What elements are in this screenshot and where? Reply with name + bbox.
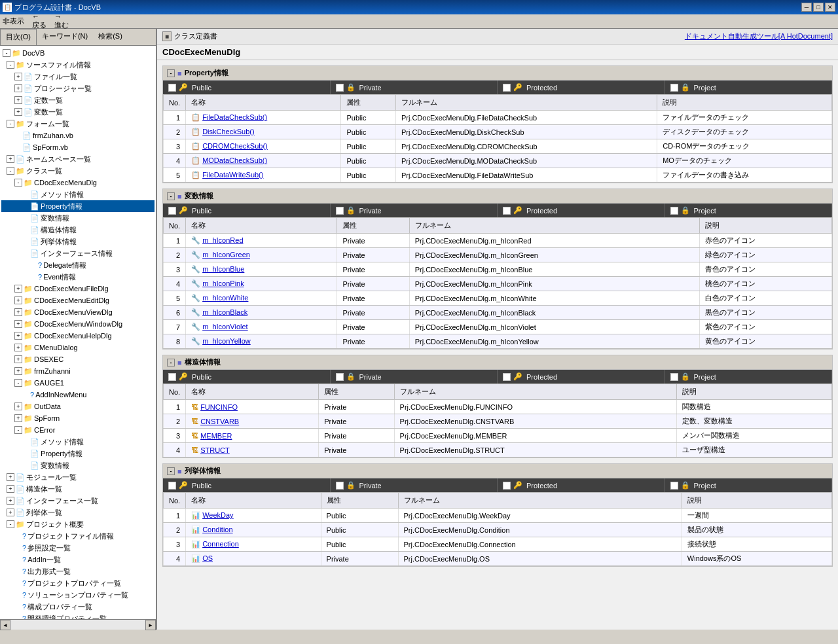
tree-item[interactable]: + 📄 変数一覧	[1, 106, 155, 118]
filter-protected-s[interactable]: ✓ 🔑 Protected	[498, 370, 665, 384]
checkbox-project-e[interactable]: ✓	[670, 482, 678, 490]
filter-protected-v[interactable]: ✓ 🔑 Protected	[498, 204, 665, 217]
tree-item[interactable]: - 📁 プロジェクト概要	[1, 518, 155, 530]
checkbox-protected-s[interactable]: ✓	[503, 373, 511, 381]
expand-icon[interactable]: +	[14, 73, 22, 80]
var-link[interactable]: m_hIconRed	[202, 236, 243, 244]
filter-project-e[interactable]: ✓ 🔒 Project	[665, 478, 833, 492]
var-link[interactable]: m_hIconBlue	[202, 265, 244, 273]
filter-private-e[interactable]: ✓ 🔒 Private	[331, 478, 498, 492]
section-toggle[interactable]: -	[167, 359, 175, 367]
filter-project-s[interactable]: ✓ 🔒 Project	[665, 370, 833, 384]
filter-private-v[interactable]: ✓ 🔒 Private	[331, 204, 498, 217]
prop-link[interactable]: FileDataWriteSub()	[202, 171, 263, 179]
expand-icon[interactable]: -	[7, 520, 14, 528]
tree-item[interactable]: + 📄 構造体一覧	[1, 483, 155, 495]
expand-icon[interactable]: -	[7, 167, 14, 175]
tree-item[interactable]: 📄 Property情報	[1, 448, 155, 459]
filter-public-e[interactable]: ✓ 🔑 Public	[163, 478, 331, 492]
tree-item[interactable]: + 📁 CDocExecMenuEditDlg	[1, 295, 155, 306]
struct-link[interactable]: CNSTVARB	[200, 418, 239, 425]
filter-private[interactable]: ✓ 🔒 Private	[331, 80, 498, 94]
tree-item[interactable]: ? ソリューションプロパティ一覧	[1, 589, 155, 601]
expand-icon[interactable]: +	[14, 367, 22, 375]
expand-icon[interactable]: +	[14, 332, 22, 340]
checkbox-public-e[interactable]: ✓	[168, 482, 176, 490]
var-link[interactable]: m_hIconViolet	[202, 323, 248, 331]
struct-link[interactable]: STRUCT	[200, 446, 230, 454]
filter-project-v[interactable]: ✓ 🔒 Project	[665, 204, 833, 217]
tab-index[interactable]: 目次(O)	[0, 29, 37, 45]
section-toggle[interactable]: -	[167, 69, 175, 77]
tree-item[interactable]: 📄 変数情報	[1, 212, 155, 224]
tree-item[interactable]: - 📁 CError	[1, 424, 155, 436]
enum-link[interactable]: Connection	[202, 540, 239, 548]
tree-item[interactable]: + 📄 インターフェース一覧	[1, 495, 155, 507]
tree-item[interactable]: ? 構成プロパティ一覧	[1, 601, 155, 613]
expand-icon[interactable]: +	[14, 344, 22, 351]
expand-icon[interactable]: +	[14, 355, 22, 363]
filter-protected[interactable]: ✓ 🔑 Protected	[498, 80, 665, 94]
prop-link[interactable]: FileDataCheckSub()	[202, 113, 267, 121]
tab-search[interactable]: 検索(S)	[93, 29, 128, 45]
struct-link[interactable]: MEMBER	[200, 432, 232, 440]
expand-icon[interactable]: +	[7, 485, 14, 493]
tree-item[interactable]: + 📁 CDocExecMenuHelpDlg	[1, 330, 155, 342]
expand-icon[interactable]: -	[7, 61, 14, 69]
tree-item[interactable]: + 📄 ファイル一覧	[1, 71, 155, 82]
expand-icon[interactable]: +	[14, 96, 22, 104]
tree-item[interactable]: + 📁 CMenuDialog	[1, 342, 155, 353]
tree-item[interactable]: + 📁 CDocExecMenuFileDlg	[1, 283, 155, 295]
hotdoc-link[interactable]: ドキュメント自動生成ツール[A HotDocument]	[685, 31, 833, 41]
var-link[interactable]: m_hIconWhite	[202, 294, 248, 302]
expand-icon[interactable]: -	[14, 426, 22, 434]
checkbox-private-v[interactable]: ✓	[336, 207, 344, 215]
expand-icon[interactable]: +	[7, 497, 14, 505]
var-link[interactable]: m_hIconGreen	[202, 251, 250, 259]
tree-item[interactable]: ? 出力形式一覧	[1, 565, 155, 577]
tree-item[interactable]: 📄 構造体情報	[1, 224, 155, 236]
expand-icon[interactable]: +	[14, 84, 22, 92]
menu-back[interactable]: ←戻る	[32, 12, 46, 30]
tree-item[interactable]: ? AddInNewMenu	[1, 389, 155, 401]
expand-icon[interactable]: +	[14, 414, 22, 422]
section-toggle[interactable]: -	[167, 467, 175, 475]
checkbox-protected[interactable]: ✓	[503, 84, 511, 92]
tree-item[interactable]: ? 開発環境プロパティ一覧	[1, 613, 155, 619]
filter-public[interactable]: ✓ 🔑 Public	[163, 80, 331, 94]
expand-icon[interactable]: +	[14, 402, 22, 410]
var-link[interactable]: m_hIconYellow	[202, 337, 251, 345]
checkbox-public-s[interactable]: ✓	[168, 373, 176, 381]
checkbox-project[interactable]: ✓	[670, 84, 678, 92]
checkbox-public[interactable]: ✓	[168, 84, 176, 92]
tree-item[interactable]: + 📄 モジュール一覧	[1, 471, 155, 483]
prop-link[interactable]: CDROMCheckSub()	[202, 142, 268, 150]
content-scroll-area[interactable]: - ■ Property情報 ✓ 🔑 Public ✓ 🔒 Private	[157, 60, 838, 630]
expand-icon[interactable]: +	[14, 320, 22, 328]
checkbox-protected-v[interactable]: ✓	[503, 207, 511, 215]
tree-item[interactable]: ? 参照設定一覧	[1, 542, 155, 554]
tree-item[interactable]: + 📁 DSEXEC	[1, 353, 155, 365]
expand-icon[interactable]: -	[7, 120, 14, 128]
tree-item[interactable]: + 📄 列挙体一覧	[1, 507, 155, 518]
tree-item[interactable]: + 📁 CDocExecMenuViewDlg	[1, 306, 155, 318]
expand-icon[interactable]: +	[7, 155, 14, 163]
tree-item[interactable]: + 📁 OutData	[1, 401, 155, 412]
minimize-button[interactable]: ─	[801, 3, 812, 12]
filter-project[interactable]: ✓ 🔒 Project	[665, 80, 833, 94]
tree-item[interactable]: ? AddIn一覧	[1, 554, 155, 565]
horizontal-scrollbar[interactable]: ◄ ►	[0, 619, 156, 630]
tree-item[interactable]: 📄 変数情報	[1, 459, 155, 471]
enum-link[interactable]: WeekDay	[202, 511, 233, 519]
struct-link[interactable]: FUNCINFO	[200, 403, 238, 411]
enum-link[interactable]: Condition	[202, 526, 232, 533]
checkbox-private-s[interactable]: ✓	[336, 373, 344, 381]
menu-hide[interactable]: 非表示	[3, 16, 24, 26]
prop-link[interactable]: MODataCheckSub()	[202, 156, 267, 164]
tree-item[interactable]: + 📁 frmZuhanni	[1, 365, 155, 377]
tree-item[interactable]: ? Delegate情報	[1, 259, 155, 271]
tree-item[interactable]: 📄 SpForm.vb	[1, 141, 155, 153]
expand-icon[interactable]: +	[14, 296, 22, 304]
tree-item[interactable]: 📄 メソッド情報	[1, 436, 155, 448]
expand-icon[interactable]: -	[14, 179, 22, 187]
